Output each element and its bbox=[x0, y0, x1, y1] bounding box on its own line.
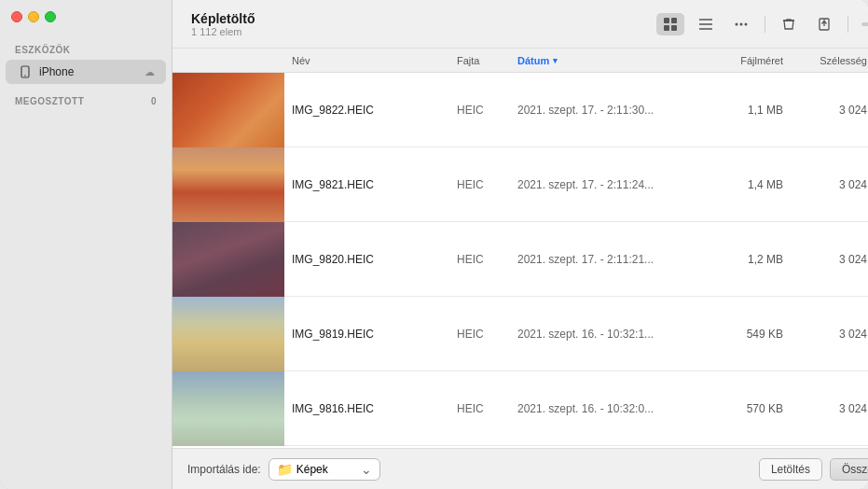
col-header-filesize[interactable]: Fájlméret bbox=[699, 55, 783, 66]
file-width: 3 024 bbox=[783, 328, 867, 341]
table-row[interactable]: IMG_9819.HEIC HEIC 2021. szept. 16. - 10… bbox=[172, 297, 868, 371]
iphone-icon bbox=[17, 63, 34, 80]
import-label: Importálás ide: bbox=[187, 463, 261, 476]
shared-section-label: MEGOSZTOTT 0 bbox=[0, 85, 172, 110]
file-width: 3 024 bbox=[783, 253, 867, 266]
toolbar-divider-2 bbox=[847, 16, 848, 33]
file-size: 570 KB bbox=[699, 402, 783, 415]
col-header-type[interactable]: Fajta bbox=[457, 55, 517, 66]
toolbar-divider bbox=[765, 16, 765, 33]
file-size: 549 KB bbox=[699, 328, 783, 341]
svg-point-1 bbox=[24, 75, 26, 77]
chevron-icon: ⌄ bbox=[361, 462, 372, 477]
minimize-button[interactable] bbox=[28, 11, 39, 22]
titlebar: Képletöltő 1 112 elem bbox=[172, 0, 868, 49]
file-date: 2021. szept. 16. - 10:32:1... bbox=[517, 328, 699, 341]
svg-rect-2 bbox=[664, 18, 669, 23]
file-date: 2021. szept. 17. - 2:11:24... bbox=[517, 178, 699, 191]
file-name: IMG_9820.HEIC bbox=[284, 253, 457, 266]
file-name: IMG_9816.HEIC bbox=[284, 402, 457, 415]
file-type: HEIC bbox=[457, 178, 517, 191]
file-thumbnail bbox=[172, 147, 284, 222]
file-name: IMG_9819.HEIC bbox=[284, 328, 457, 341]
file-date: 2021. szept. 16. - 10:32:0... bbox=[517, 402, 699, 415]
import-destination-text: Képek bbox=[296, 463, 357, 476]
file-width: 3 024 bbox=[783, 178, 867, 191]
file-size: 1,1 MB bbox=[699, 104, 783, 117]
grid-view-button[interactable] bbox=[656, 13, 684, 35]
file-date: 2021. szept. 17. - 2:11:21... bbox=[517, 253, 699, 266]
iphone-label: iPhone bbox=[39, 65, 141, 78]
svg-point-10 bbox=[740, 22, 743, 25]
more-button[interactable] bbox=[727, 13, 755, 35]
table-row[interactable]: IMG_9820.HEIC HEIC 2021. szept. 17. - 2:… bbox=[172, 222, 868, 297]
file-thumbnail bbox=[172, 73, 284, 147]
toolbar bbox=[656, 13, 868, 35]
sidebar-item-iphone[interactable]: iPhone ☁ bbox=[6, 60, 166, 84]
export-button[interactable] bbox=[810, 13, 838, 35]
titlebar-left: Képletöltő 1 112 elem bbox=[191, 11, 255, 37]
file-type: HEIC bbox=[457, 253, 517, 266]
sidebar: ESZKÖZÖK iPhone ☁ MEGOSZTOTT 0 bbox=[0, 0, 172, 489]
traffic-lights[interactable] bbox=[11, 11, 56, 22]
file-thumbnail bbox=[172, 222, 284, 297]
svg-point-11 bbox=[745, 22, 748, 25]
file-type: HEIC bbox=[457, 402, 517, 415]
shared-label: MEGOSZTOTT bbox=[15, 96, 84, 106]
folder-icon: 📁 bbox=[277, 462, 293, 477]
col-header-name[interactable]: Név bbox=[284, 55, 457, 66]
zoom-slider-container bbox=[861, 22, 868, 26]
window-title: Képletöltő bbox=[191, 11, 255, 26]
svg-rect-3 bbox=[671, 18, 677, 23]
file-thumbnail bbox=[172, 371, 284, 446]
col-header-date[interactable]: Dátum ▾ bbox=[517, 55, 699, 66]
footer: Importálás ide: 📁 Képek ⌄ Letöltés Össze… bbox=[172, 448, 868, 489]
devices-section-label: ESZKÖZÖK bbox=[0, 37, 172, 59]
main-content: Képletöltő 1 112 elem bbox=[172, 0, 868, 489]
sort-arrow-icon: ▾ bbox=[553, 56, 558, 65]
col-header-width[interactable]: Szélesség bbox=[783, 55, 867, 66]
file-date: 2021. szept. 17. - 2:11:30... bbox=[517, 104, 699, 117]
close-button[interactable] bbox=[11, 11, 22, 22]
zoom-slider[interactable] bbox=[861, 22, 868, 26]
download-all-button[interactable]: Összes letöltése bbox=[830, 458, 868, 481]
file-width: 3 024 bbox=[783, 402, 867, 415]
maximize-button[interactable] bbox=[45, 11, 56, 22]
file-name: IMG_9821.HEIC bbox=[284, 178, 457, 191]
list-view-button[interactable] bbox=[692, 13, 720, 35]
file-name: IMG_9822.HEIC bbox=[284, 104, 457, 117]
download-button[interactable]: Letöltés bbox=[759, 458, 822, 481]
file-width: 3 024 bbox=[783, 104, 867, 117]
cloud-icon: ☁ bbox=[145, 66, 155, 78]
file-list: IMG_9822.HEIC HEIC 2021. szept. 17. - 2:… bbox=[172, 73, 868, 448]
svg-point-9 bbox=[736, 22, 738, 25]
shared-count: 0 bbox=[151, 96, 157, 106]
file-size: 1,2 MB bbox=[699, 253, 783, 266]
import-destination-select[interactable]: 📁 Képek ⌄ bbox=[269, 458, 380, 481]
table-row[interactable]: IMG_9821.HEIC HEIC 2021. szept. 17. - 2:… bbox=[172, 147, 868, 222]
file-type: HEIC bbox=[457, 104, 517, 117]
file-type: HEIC bbox=[457, 328, 517, 341]
svg-rect-4 bbox=[664, 25, 669, 31]
table-row[interactable]: IMG_9822.HEIC HEIC 2021. szept. 17. - 2:… bbox=[172, 73, 868, 147]
file-size: 1,4 MB bbox=[699, 178, 783, 191]
table-header: Név Fajta Dátum ▾ Fájlméret Szélesség Ma… bbox=[172, 49, 868, 73]
svg-rect-5 bbox=[671, 25, 677, 31]
delete-button[interactable] bbox=[775, 13, 803, 35]
file-thumbnail bbox=[172, 297, 284, 371]
window-subtitle: 1 112 elem bbox=[191, 26, 255, 37]
table-row[interactable]: IMG_9816.HEIC HEIC 2021. szept. 16. - 10… bbox=[172, 371, 868, 446]
